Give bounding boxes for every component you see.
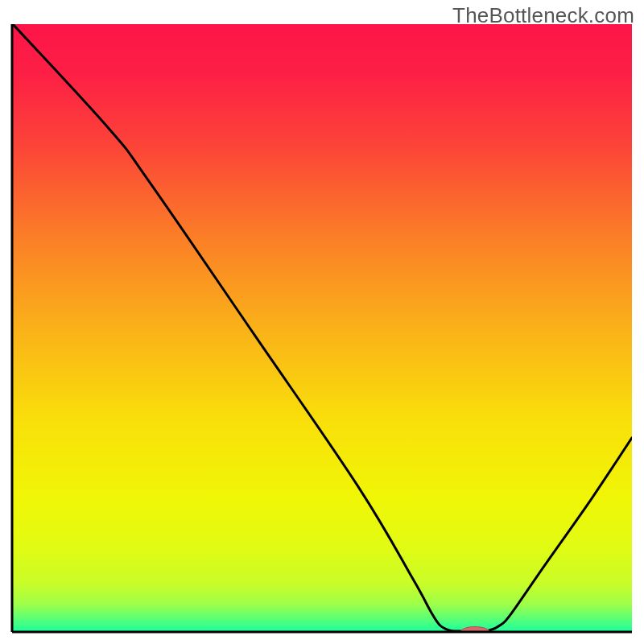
bottleneck-chart bbox=[0, 0, 644, 644]
gradient-background bbox=[12, 24, 632, 632]
chart-frame: TheBottleneck.com bbox=[0, 0, 644, 644]
watermark-text: TheBottleneck.com bbox=[452, 3, 634, 28]
